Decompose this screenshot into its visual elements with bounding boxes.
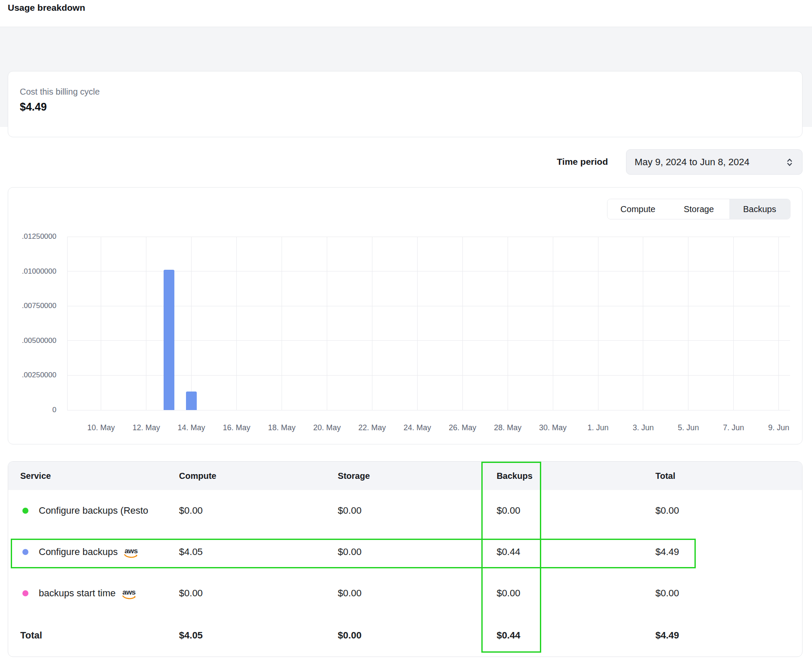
total-row-label: Total bbox=[8, 614, 167, 657]
x-gridline bbox=[462, 237, 463, 410]
x-gridline bbox=[327, 237, 327, 410]
cost-card-amount: $4.49 bbox=[20, 101, 47, 113]
series-color-dot bbox=[22, 508, 28, 514]
x-tick-label: 16. May bbox=[213, 423, 260, 432]
storage-value: $0.00 bbox=[326, 573, 485, 614]
x-tick-label: 9. Jun bbox=[755, 423, 803, 432]
x-gridline bbox=[688, 237, 688, 410]
usage-chart-card: Compute Storage Backups 0.00250000.00500… bbox=[8, 187, 803, 444]
x-gridline bbox=[508, 237, 508, 410]
usage-table-card: Service Compute Storage Backups Total Co… bbox=[8, 461, 803, 657]
x-tick-label: 7. Jun bbox=[710, 423, 757, 432]
x-gridline bbox=[282, 237, 282, 410]
y-tick-label: .00250000 bbox=[11, 371, 56, 379]
y-gridline bbox=[67, 410, 790, 410]
total-value: $4.49 bbox=[643, 531, 802, 573]
x-tick-label: 24. May bbox=[394, 423, 441, 432]
x-tick-label: 18. May bbox=[258, 423, 305, 432]
column-header-backups: Backups bbox=[484, 462, 643, 490]
storage-value: $0.00 bbox=[326, 531, 485, 573]
tab-compute[interactable]: Compute bbox=[607, 199, 668, 219]
series-color-dot bbox=[22, 549, 28, 555]
chart-metric-tabs: Compute Storage Backups bbox=[607, 199, 790, 219]
x-gridline bbox=[236, 237, 237, 410]
cost-card-label: Cost this billing cycle bbox=[20, 87, 100, 97]
service-name: Configure backups (Resto bbox=[39, 505, 148, 516]
y-axis-line bbox=[67, 237, 68, 410]
aws-smile-icon bbox=[122, 595, 136, 600]
compute-value: $4.05 bbox=[167, 531, 326, 573]
service-cell: Configure backups (Resto bbox=[8, 490, 167, 531]
service-name: backups start time bbox=[39, 588, 116, 599]
x-gridline bbox=[598, 237, 598, 410]
x-gridline bbox=[101, 237, 101, 410]
chart-bar-14-May[interactable] bbox=[186, 392, 197, 410]
cost-card: Cost this billing cycle $4.49 bbox=[8, 71, 803, 137]
plot-area: 0.00250000.00500000.00750000.01000000.01… bbox=[67, 237, 790, 410]
compute-value: $0.00 bbox=[167, 573, 326, 614]
x-tick-label: 30. May bbox=[529, 423, 576, 432]
x-gridline bbox=[733, 237, 734, 410]
y-tick-label: .01250000 bbox=[11, 232, 56, 241]
x-tick-label: 22. May bbox=[348, 423, 396, 432]
usage-breakdown-page: Usage breakdown Cost this billing cycle … bbox=[0, 0, 812, 666]
total-value: $0.00 bbox=[643, 490, 802, 531]
column-header-service: Service bbox=[8, 462, 167, 490]
total-compute-value: $4.05 bbox=[167, 614, 326, 657]
x-tick-label: 20. May bbox=[303, 423, 350, 432]
tab-storage[interactable]: Storage bbox=[668, 199, 729, 219]
x-tick-label: 12. May bbox=[123, 423, 170, 432]
tab-backups[interactable]: Backups bbox=[729, 199, 790, 219]
y-gridline bbox=[67, 375, 790, 376]
y-gridline bbox=[67, 237, 790, 237]
service-cell: Configure backupsaws bbox=[8, 531, 167, 573]
table-row: Configure backups (Resto$0.00$0.00$0.00$… bbox=[8, 490, 802, 531]
table-row: backups start timeaws$0.00$0.00$0.00$0.0… bbox=[8, 573, 802, 614]
y-tick-label: .00500000 bbox=[11, 336, 56, 345]
total-backups-value: $0.44 bbox=[484, 614, 643, 657]
series-color-dot bbox=[22, 590, 28, 596]
table-row: Configure backupsaws$4.05$0.00$0.44$4.49 bbox=[8, 531, 802, 573]
y-tick-label: 0 bbox=[11, 406, 56, 414]
total-total-value: $4.49 bbox=[643, 614, 802, 657]
aws-logo-text: aws bbox=[124, 548, 138, 554]
column-header-total: Total bbox=[643, 462, 802, 490]
aws-logo-icon: aws bbox=[124, 548, 138, 558]
column-header-storage: Storage bbox=[326, 462, 485, 490]
unfold-chevron-icon bbox=[784, 157, 795, 168]
x-tick-label: 3. Jun bbox=[620, 423, 667, 432]
time-period-select[interactable]: May 9, 2024 to Jun 8, 2024 bbox=[626, 149, 803, 175]
y-tick-label: .00750000 bbox=[11, 302, 56, 310]
service-cell: backups start timeaws bbox=[8, 573, 167, 614]
page-title: Usage breakdown bbox=[8, 3, 85, 13]
summary-band: Cost this billing cycle $4.49 bbox=[0, 27, 812, 127]
x-tick-label: 10. May bbox=[77, 423, 125, 432]
time-period-label: Time period bbox=[517, 157, 608, 167]
storage-value: $0.00 bbox=[326, 490, 485, 531]
x-tick-label: 26. May bbox=[439, 423, 486, 432]
y-gridline bbox=[67, 271, 790, 271]
y-gridline bbox=[67, 340, 790, 341]
x-tick-label: 28. May bbox=[484, 423, 531, 432]
y-gridline bbox=[67, 306, 790, 306]
time-period-value: May 9, 2024 to Jun 8, 2024 bbox=[635, 157, 784, 168]
table-total-row: Total $4.05 $0.00 $0.44 $4.49 bbox=[8, 614, 802, 657]
x-gridline bbox=[778, 237, 779, 410]
total-value: $0.00 bbox=[643, 573, 802, 614]
x-tick-label: 5. Jun bbox=[665, 423, 712, 432]
chart-bar-13-May[interactable] bbox=[164, 270, 174, 410]
y-tick-label: .01000000 bbox=[11, 267, 56, 276]
x-gridline bbox=[417, 237, 418, 410]
x-gridline bbox=[372, 237, 372, 410]
x-gridline bbox=[553, 237, 553, 410]
backups-value: $0.00 bbox=[484, 490, 643, 531]
service-name: Configure backups bbox=[39, 546, 118, 558]
aws-logo-text: aws bbox=[122, 589, 136, 595]
x-gridline bbox=[643, 237, 643, 410]
backups-value: $0.00 bbox=[484, 573, 643, 614]
x-gridline bbox=[191, 237, 192, 410]
x-tick-label: 1. Jun bbox=[574, 423, 622, 432]
aws-logo-icon: aws bbox=[122, 589, 136, 600]
backups-value: $0.44 bbox=[484, 531, 643, 573]
compute-value: $0.00 bbox=[167, 490, 326, 531]
